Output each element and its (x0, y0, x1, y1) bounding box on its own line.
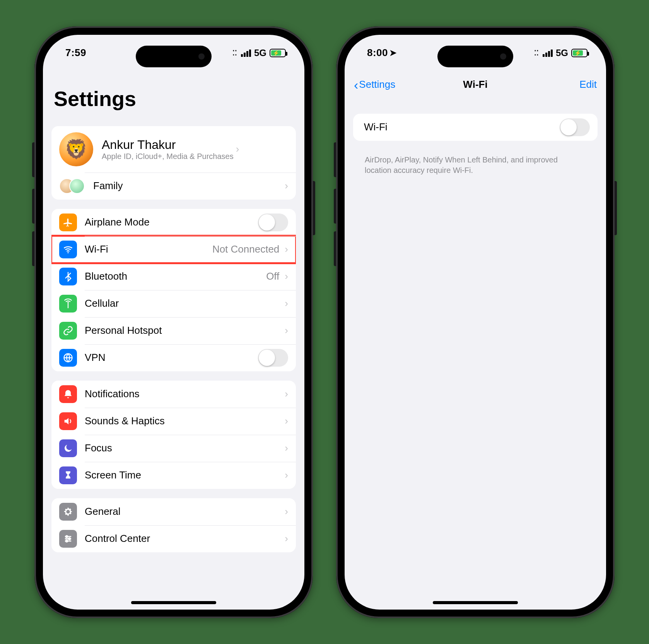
chevron-left-icon: ‹ (354, 78, 358, 91)
page-title: Settings (43, 71, 304, 117)
status-right: ⁚⁚ 5G ⚡ (534, 48, 588, 58)
screen-left: 7:59 ⁚⁚ 5G ⚡ Settings 🦁 Ankur Thakur App… (43, 35, 304, 610)
airplane-toggle[interactable] (258, 214, 288, 231)
settings-content[interactable]: 🦁 Ankur Thakur Apple ID, iCloud+, Media … (43, 117, 304, 610)
edit-button[interactable]: Edit (579, 79, 597, 91)
dual-sim-icon: ⁚⁚ (534, 49, 539, 57)
battery-icon: ⚡ (270, 49, 286, 57)
signal-bars-icon (543, 49, 553, 57)
wifi-label: Wi-Fi (85, 243, 212, 255)
chevron-right-icon: › (285, 469, 288, 481)
vpn-toggle[interactable] (258, 349, 288, 367)
network-label: 5G (556, 48, 568, 58)
screentime-cell[interactable]: Screen Time › (51, 462, 296, 489)
home-indicator[interactable] (131, 601, 216, 604)
family-label: Family (93, 180, 282, 192)
hotspot-label: Personal Hotspot (85, 325, 282, 337)
svg-point-1 (67, 301, 68, 302)
avatar: 🦁 (59, 132, 93, 166)
control-cell[interactable]: Control Center › (51, 525, 296, 552)
back-button[interactable]: ‹ Settings (354, 78, 395, 91)
cellular-label: Cellular (85, 297, 282, 309)
globe-icon (59, 349, 77, 367)
signal-bars-icon (241, 49, 251, 57)
bluetooth-label: Bluetooth (85, 270, 266, 282)
bluetooth-icon (59, 268, 77, 285)
chevron-right-icon: › (285, 506, 288, 518)
nav-title: Wi-Fi (463, 79, 487, 91)
wifi-cell[interactable]: Wi-Fi Not Connected› (51, 236, 296, 263)
wifi-content[interactable]: Wi-Fi AirDrop, AirPlay, Notify When Left… (345, 98, 606, 610)
status-right: ⁚⁚ 5G ⚡ (232, 48, 286, 58)
status-time: 8:00 ➤ (367, 47, 397, 59)
dual-sim-icon: ⁚⁚ (232, 49, 237, 57)
airplane-label: Airplane Mode (85, 216, 258, 228)
notifications-label: Notifications (85, 388, 282, 400)
battery-icon: ⚡ (571, 49, 588, 57)
focus-cell[interactable]: Focus › (51, 435, 296, 462)
antenna-icon (59, 295, 77, 313)
screen-right: 8:00 ➤ ⁚⁚ 5G ⚡ ‹ Settings Wi-Fi Edit Wi-… (345, 35, 606, 610)
home-indicator[interactable] (433, 601, 518, 604)
chevron-right-icon: › (285, 243, 288, 255)
network-label: 5G (254, 48, 266, 58)
bluetooth-cell[interactable]: Bluetooth Off› (51, 263, 296, 290)
chevron-right-icon: › (285, 297, 288, 309)
chevron-right-icon: › (285, 325, 288, 337)
wifi-toggle-label: Wi-Fi (364, 121, 560, 133)
chevron-right-icon: › (236, 143, 239, 155)
connectivity-group: Airplane Mode Wi-Fi Not Connected› Bluet… (51, 209, 296, 371)
status-time: 7:59 (65, 47, 86, 59)
iphone-frame-left: 7:59 ⁚⁚ 5G ⚡ Settings 🦁 Ankur Thakur App… (34, 26, 313, 618)
chevron-right-icon: › (285, 180, 288, 192)
vpn-cell[interactable]: VPN (51, 344, 296, 371)
alerts-group: Notifications › Sounds & Haptics › Focus… (51, 381, 296, 489)
speaker-icon (59, 412, 77, 430)
dynamic-island (437, 46, 513, 67)
airplane-cell[interactable]: Airplane Mode (51, 209, 296, 236)
sounds-cell[interactable]: Sounds & Haptics › (51, 408, 296, 435)
wifi-icon (59, 241, 77, 258)
screentime-label: Screen Time (85, 469, 282, 481)
chevron-right-icon: › (285, 415, 288, 427)
hourglass-icon (59, 466, 77, 484)
svg-point-4 (68, 538, 70, 540)
wifi-value: Not Connected (212, 243, 279, 255)
chevron-right-icon: › (285, 442, 288, 454)
profile-group: 🦁 Ankur Thakur Apple ID, iCloud+, Media … (51, 126, 296, 200)
wifi-toggle-group: Wi-Fi (353, 114, 598, 141)
wifi-footer-note: AirDrop, AirPlay, Notify When Left Behin… (353, 150, 598, 176)
chevron-right-icon: › (285, 270, 288, 282)
profile-name: Ankur Thakur (102, 138, 234, 152)
cellular-cell[interactable]: Cellular › (51, 290, 296, 317)
sounds-label: Sounds & Haptics (85, 415, 282, 427)
profile-subtitle: Apple ID, iCloud+, Media & Purchases (102, 152, 234, 161)
svg-point-3 (66, 535, 68, 537)
wifi-toggle-cell[interactable]: Wi-Fi (353, 114, 598, 141)
family-cell[interactable]: Family › (51, 173, 296, 200)
general-cell[interactable]: General › (51, 498, 296, 525)
bluetooth-value: Off (266, 270, 279, 282)
chevron-right-icon: › (285, 533, 288, 545)
hotspot-cell[interactable]: Personal Hotspot › (51, 317, 296, 344)
notifications-cell[interactable]: Notifications › (51, 381, 296, 408)
apple-id-cell[interactable]: 🦁 Ankur Thakur Apple ID, iCloud+, Media … (51, 126, 296, 173)
sliders-icon (59, 530, 77, 548)
focus-label: Focus (85, 442, 282, 454)
general-group: General › Control Center › (51, 498, 296, 552)
svg-point-5 (66, 540, 68, 542)
location-arrow-icon: ➤ (389, 48, 397, 58)
family-avatars (59, 178, 85, 194)
svg-point-0 (67, 252, 68, 253)
control-label: Control Center (85, 533, 282, 545)
airplane-icon (59, 214, 77, 231)
link-icon (59, 322, 77, 340)
vpn-label: VPN (85, 352, 258, 364)
chevron-right-icon: › (285, 388, 288, 400)
wifi-toggle[interactable] (560, 118, 590, 136)
bell-icon (59, 385, 77, 403)
back-label: Settings (359, 79, 395, 91)
general-label: General (85, 506, 282, 518)
moon-icon (59, 439, 77, 457)
gear-icon (59, 503, 77, 521)
